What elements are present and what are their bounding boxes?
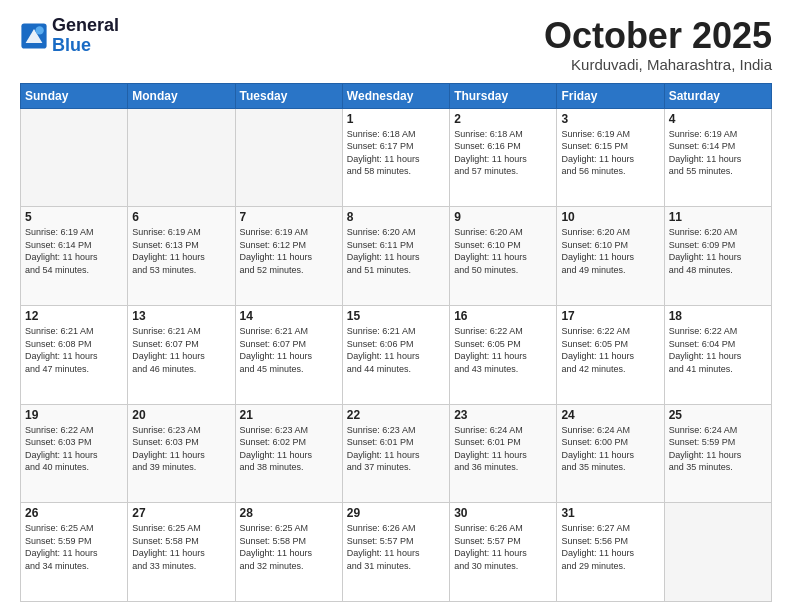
calendar-cell bbox=[664, 503, 771, 602]
day-info: Sunrise: 6:20 AM Sunset: 6:10 PM Dayligh… bbox=[454, 226, 552, 276]
day-number: 8 bbox=[347, 210, 445, 224]
calendar-cell: 3Sunrise: 6:19 AM Sunset: 6:15 PM Daylig… bbox=[557, 108, 664, 207]
day-number: 21 bbox=[240, 408, 338, 422]
day-info: Sunrise: 6:18 AM Sunset: 6:16 PM Dayligh… bbox=[454, 128, 552, 178]
calendar-cell: 28Sunrise: 6:25 AM Sunset: 5:58 PM Dayli… bbox=[235, 503, 342, 602]
day-info: Sunrise: 6:19 AM Sunset: 6:12 PM Dayligh… bbox=[240, 226, 338, 276]
calendar-cell: 10Sunrise: 6:20 AM Sunset: 6:10 PM Dayli… bbox=[557, 207, 664, 306]
day-number: 9 bbox=[454, 210, 552, 224]
day-number: 22 bbox=[347, 408, 445, 422]
day-info: Sunrise: 6:25 AM Sunset: 5:58 PM Dayligh… bbox=[240, 522, 338, 572]
calendar-cell: 24Sunrise: 6:24 AM Sunset: 6:00 PM Dayli… bbox=[557, 404, 664, 503]
day-info: Sunrise: 6:19 AM Sunset: 6:14 PM Dayligh… bbox=[669, 128, 767, 178]
week-row-1: 1Sunrise: 6:18 AM Sunset: 6:17 PM Daylig… bbox=[21, 108, 772, 207]
week-row-4: 19Sunrise: 6:22 AM Sunset: 6:03 PM Dayli… bbox=[21, 404, 772, 503]
calendar-cell: 4Sunrise: 6:19 AM Sunset: 6:14 PM Daylig… bbox=[664, 108, 771, 207]
day-info: Sunrise: 6:20 AM Sunset: 6:11 PM Dayligh… bbox=[347, 226, 445, 276]
calendar-body: 1Sunrise: 6:18 AM Sunset: 6:17 PM Daylig… bbox=[21, 108, 772, 601]
day-info: Sunrise: 6:19 AM Sunset: 6:14 PM Dayligh… bbox=[25, 226, 123, 276]
day-number: 20 bbox=[132, 408, 230, 422]
day-info: Sunrise: 6:22 AM Sunset: 6:05 PM Dayligh… bbox=[454, 325, 552, 375]
weekday-tuesday: Tuesday bbox=[235, 83, 342, 108]
title-block: October 2025 Kurduvadi, Maharashtra, Ind… bbox=[544, 16, 772, 73]
day-number: 7 bbox=[240, 210, 338, 224]
day-number: 29 bbox=[347, 506, 445, 520]
weekday-sunday: Sunday bbox=[21, 83, 128, 108]
day-number: 30 bbox=[454, 506, 552, 520]
day-info: Sunrise: 6:22 AM Sunset: 6:05 PM Dayligh… bbox=[561, 325, 659, 375]
logo: General Blue bbox=[20, 16, 119, 56]
day-info: Sunrise: 6:24 AM Sunset: 5:59 PM Dayligh… bbox=[669, 424, 767, 474]
calendar-cell: 13Sunrise: 6:21 AM Sunset: 6:07 PM Dayli… bbox=[128, 305, 235, 404]
calendar-cell: 15Sunrise: 6:21 AM Sunset: 6:06 PM Dayli… bbox=[342, 305, 449, 404]
weekday-wednesday: Wednesday bbox=[342, 83, 449, 108]
day-info: Sunrise: 6:23 AM Sunset: 6:01 PM Dayligh… bbox=[347, 424, 445, 474]
calendar-cell: 22Sunrise: 6:23 AM Sunset: 6:01 PM Dayli… bbox=[342, 404, 449, 503]
day-info: Sunrise: 6:25 AM Sunset: 5:59 PM Dayligh… bbox=[25, 522, 123, 572]
day-number: 27 bbox=[132, 506, 230, 520]
week-row-3: 12Sunrise: 6:21 AM Sunset: 6:08 PM Dayli… bbox=[21, 305, 772, 404]
day-number: 3 bbox=[561, 112, 659, 126]
calendar-cell: 2Sunrise: 6:18 AM Sunset: 6:16 PM Daylig… bbox=[450, 108, 557, 207]
calendar-cell: 18Sunrise: 6:22 AM Sunset: 6:04 PM Dayli… bbox=[664, 305, 771, 404]
calendar-cell bbox=[21, 108, 128, 207]
calendar-cell: 7Sunrise: 6:19 AM Sunset: 6:12 PM Daylig… bbox=[235, 207, 342, 306]
calendar-cell: 9Sunrise: 6:20 AM Sunset: 6:10 PM Daylig… bbox=[450, 207, 557, 306]
day-number: 24 bbox=[561, 408, 659, 422]
location: Kurduvadi, Maharashtra, India bbox=[544, 56, 772, 73]
calendar-cell bbox=[128, 108, 235, 207]
day-number: 6 bbox=[132, 210, 230, 224]
calendar-cell: 17Sunrise: 6:22 AM Sunset: 6:05 PM Dayli… bbox=[557, 305, 664, 404]
calendar-cell: 12Sunrise: 6:21 AM Sunset: 6:08 PM Dayli… bbox=[21, 305, 128, 404]
day-number: 26 bbox=[25, 506, 123, 520]
day-info: Sunrise: 6:21 AM Sunset: 6:07 PM Dayligh… bbox=[240, 325, 338, 375]
day-number: 28 bbox=[240, 506, 338, 520]
day-info: Sunrise: 6:27 AM Sunset: 5:56 PM Dayligh… bbox=[561, 522, 659, 572]
day-info: Sunrise: 6:26 AM Sunset: 5:57 PM Dayligh… bbox=[347, 522, 445, 572]
calendar-cell: 5Sunrise: 6:19 AM Sunset: 6:14 PM Daylig… bbox=[21, 207, 128, 306]
weekday-friday: Friday bbox=[557, 83, 664, 108]
day-info: Sunrise: 6:21 AM Sunset: 6:07 PM Dayligh… bbox=[132, 325, 230, 375]
calendar-cell: 6Sunrise: 6:19 AM Sunset: 6:13 PM Daylig… bbox=[128, 207, 235, 306]
day-info: Sunrise: 6:19 AM Sunset: 6:15 PM Dayligh… bbox=[561, 128, 659, 178]
calendar-cell: 11Sunrise: 6:20 AM Sunset: 6:09 PM Dayli… bbox=[664, 207, 771, 306]
calendar-cell: 16Sunrise: 6:22 AM Sunset: 6:05 PM Dayli… bbox=[450, 305, 557, 404]
logo-icon bbox=[20, 22, 48, 50]
calendar-cell: 25Sunrise: 6:24 AM Sunset: 5:59 PM Dayli… bbox=[664, 404, 771, 503]
week-row-2: 5Sunrise: 6:19 AM Sunset: 6:14 PM Daylig… bbox=[21, 207, 772, 306]
day-number: 15 bbox=[347, 309, 445, 323]
day-number: 17 bbox=[561, 309, 659, 323]
day-info: Sunrise: 6:22 AM Sunset: 6:03 PM Dayligh… bbox=[25, 424, 123, 474]
calendar-cell: 23Sunrise: 6:24 AM Sunset: 6:01 PM Dayli… bbox=[450, 404, 557, 503]
calendar-cell: 21Sunrise: 6:23 AM Sunset: 6:02 PM Dayli… bbox=[235, 404, 342, 503]
logo-blue-text: Blue bbox=[52, 35, 91, 55]
day-info: Sunrise: 6:20 AM Sunset: 6:09 PM Dayligh… bbox=[669, 226, 767, 276]
day-info: Sunrise: 6:19 AM Sunset: 6:13 PM Dayligh… bbox=[132, 226, 230, 276]
day-info: Sunrise: 6:24 AM Sunset: 6:00 PM Dayligh… bbox=[561, 424, 659, 474]
day-info: Sunrise: 6:23 AM Sunset: 6:03 PM Dayligh… bbox=[132, 424, 230, 474]
day-number: 11 bbox=[669, 210, 767, 224]
svg-point-2 bbox=[35, 26, 43, 34]
weekday-saturday: Saturday bbox=[664, 83, 771, 108]
calendar-cell: 29Sunrise: 6:26 AM Sunset: 5:57 PM Dayli… bbox=[342, 503, 449, 602]
page-header: General Blue October 2025 Kurduvadi, Mah… bbox=[20, 16, 772, 73]
calendar-cell: 19Sunrise: 6:22 AM Sunset: 6:03 PM Dayli… bbox=[21, 404, 128, 503]
calendar-cell: 20Sunrise: 6:23 AM Sunset: 6:03 PM Dayli… bbox=[128, 404, 235, 503]
day-info: Sunrise: 6:20 AM Sunset: 6:10 PM Dayligh… bbox=[561, 226, 659, 276]
day-number: 14 bbox=[240, 309, 338, 323]
day-info: Sunrise: 6:18 AM Sunset: 6:17 PM Dayligh… bbox=[347, 128, 445, 178]
day-number: 25 bbox=[669, 408, 767, 422]
day-number: 19 bbox=[25, 408, 123, 422]
day-number: 4 bbox=[669, 112, 767, 126]
logo-general-text: General bbox=[52, 15, 119, 35]
calendar-cell: 14Sunrise: 6:21 AM Sunset: 6:07 PM Dayli… bbox=[235, 305, 342, 404]
day-number: 23 bbox=[454, 408, 552, 422]
calendar-cell: 31Sunrise: 6:27 AM Sunset: 5:56 PM Dayli… bbox=[557, 503, 664, 602]
day-info: Sunrise: 6:21 AM Sunset: 6:08 PM Dayligh… bbox=[25, 325, 123, 375]
calendar-cell bbox=[235, 108, 342, 207]
day-number: 13 bbox=[132, 309, 230, 323]
calendar-cell: 1Sunrise: 6:18 AM Sunset: 6:17 PM Daylig… bbox=[342, 108, 449, 207]
day-info: Sunrise: 6:24 AM Sunset: 6:01 PM Dayligh… bbox=[454, 424, 552, 474]
month-title: October 2025 bbox=[544, 16, 772, 56]
day-number: 1 bbox=[347, 112, 445, 126]
